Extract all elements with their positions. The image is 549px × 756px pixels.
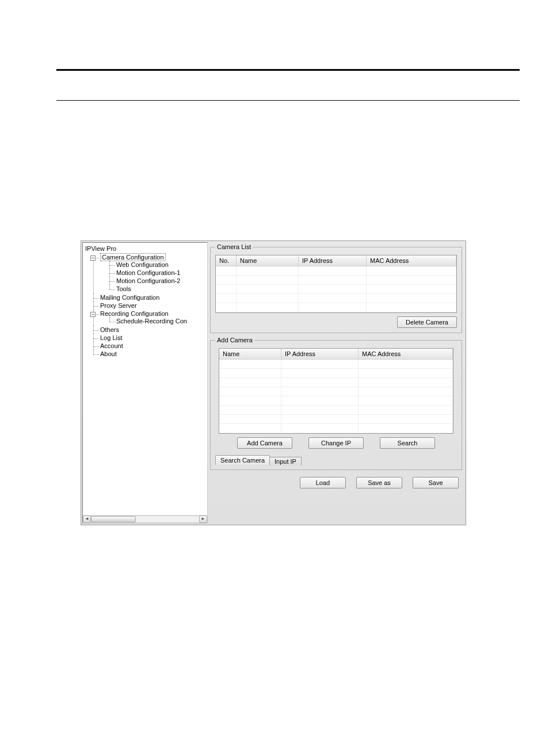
add-camera-legend: Add Camera <box>215 337 254 343</box>
load-button[interactable]: Load <box>300 477 346 488</box>
scroll-right-icon[interactable]: ► <box>199 516 207 523</box>
camera-list-grid[interactable]: No. Name IP Address MAC Address <box>215 255 457 313</box>
col-header-mac[interactable]: MAC Address <box>367 255 456 266</box>
table-row[interactable] <box>219 396 453 406</box>
col-header-no[interactable]: No. <box>216 255 237 266</box>
tree-item-motion-2[interactable]: Motion Configuration-2 <box>116 277 180 284</box>
add-camera-button[interactable]: Add Camera <box>237 437 292 449</box>
camera-list-group: Camera List No. Name IP Address MAC Addr… <box>210 243 462 333</box>
table-row[interactable] <box>216 285 456 294</box>
col-header-ip[interactable]: IP Address <box>299 255 367 266</box>
save-as-button[interactable]: Save as <box>356 477 402 488</box>
table-row[interactable] <box>219 415 453 424</box>
table-row[interactable] <box>219 369 453 378</box>
col-header-name[interactable]: Name <box>237 255 299 266</box>
col-header-mac[interactable]: MAC Address <box>359 349 453 359</box>
save-button[interactable]: Save <box>413 477 459 488</box>
table-row[interactable] <box>216 276 456 285</box>
add-camera-grid[interactable]: Name IP Address MAC Address <box>219 348 453 434</box>
table-row[interactable] <box>216 303 456 312</box>
tab-search-camera[interactable]: Search Camera <box>215 455 270 465</box>
tree-item-tools[interactable]: Tools <box>116 285 131 292</box>
tree-item-sched-recording[interactable]: Schedule-Recording Con <box>116 318 187 324</box>
search-button[interactable]: Search <box>380 437 435 449</box>
horizontal-scrollbar[interactable]: ◄ ► <box>83 515 207 523</box>
config-window: IPView Pro − Camera Configuration Web Co… <box>81 240 466 525</box>
tree-item-motion-1[interactable]: Motion Configuration-1 <box>116 269 180 276</box>
tree-root-label: IPView Pro <box>84 244 207 253</box>
scroll-track[interactable] <box>91 516 199 523</box>
table-row[interactable] <box>219 387 453 396</box>
scroll-left-icon[interactable]: ◄ <box>83 516 91 523</box>
expander-icon[interactable]: − <box>90 312 96 317</box>
add-camera-group: Add Camera Name IP Address MAC Address <box>210 337 462 470</box>
scroll-thumb[interactable] <box>91 516 136 522</box>
nav-tree-pane: IPView Pro − Camera Configuration Web Co… <box>82 242 208 524</box>
tree-item-camera-config[interactable]: Camera Configuration <box>100 253 166 261</box>
tree-item-proxy[interactable]: Proxy Server <box>100 302 137 309</box>
tree-item-account[interactable]: Account <box>100 342 123 349</box>
table-row[interactable] <box>219 424 453 433</box>
tree-item-web-config[interactable]: Web Configuration <box>116 261 169 268</box>
tree-item-recording[interactable]: Recording Configuration <box>100 310 169 317</box>
tree-item-about[interactable]: About <box>100 350 117 357</box>
delete-camera-button[interactable]: Delete Camera <box>397 316 457 328</box>
table-row[interactable] <box>216 294 456 303</box>
change-ip-button[interactable]: Change IP <box>308 437 364 449</box>
col-header-name[interactable]: Name <box>219 349 281 359</box>
table-row[interactable] <box>219 406 453 415</box>
tree-item-log-list[interactable]: Log List <box>100 334 123 341</box>
col-header-ip[interactable]: IP Address <box>281 349 359 359</box>
camera-list-legend: Camera List <box>215 243 253 250</box>
table-row[interactable] <box>219 378 453 387</box>
table-row[interactable] <box>219 360 453 369</box>
table-row[interactable] <box>216 266 456 276</box>
tree-item-mailing[interactable]: Mailing Configuration <box>100 294 159 301</box>
tab-input-ip[interactable]: Input IP <box>269 457 302 465</box>
expander-icon[interactable]: − <box>90 255 96 261</box>
tree-item-others[interactable]: Others <box>100 326 119 333</box>
